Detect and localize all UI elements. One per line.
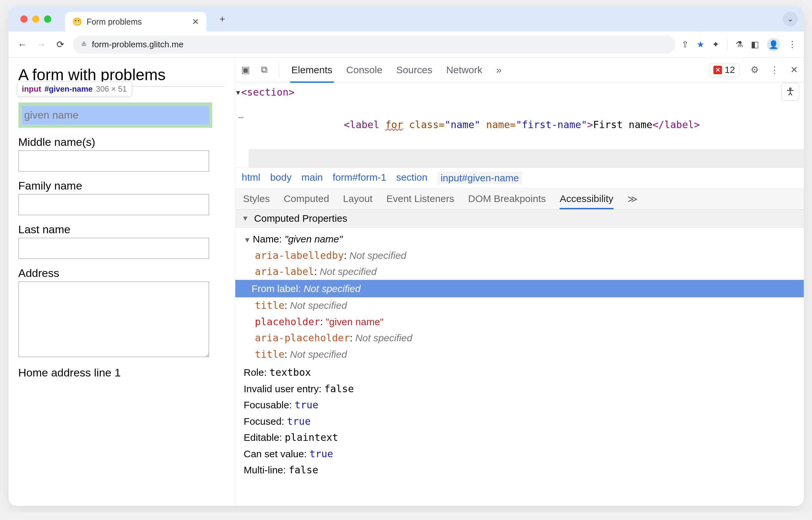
devtools: ▣ ⧉ Elements Console Sources Network » ✕… [235, 58, 804, 506]
bookmark-icon[interactable]: ★ [697, 40, 704, 50]
browser-menu-icon[interactable]: ⋮ [788, 40, 796, 50]
address-label: Address [18, 267, 225, 280]
elements-subtabs: Styles Computed Layout Event Listeners D… [235, 188, 804, 210]
address-field[interactable] [18, 282, 209, 357]
traffic-lights [20, 16, 51, 23]
bc-main[interactable]: main [301, 172, 323, 184]
tabs-menu-button[interactable]: ⌄ [783, 11, 798, 27]
subtab-styles[interactable]: Styles [243, 193, 270, 205]
bc-form[interactable]: form#form-1 [333, 172, 386, 184]
tab-favicon: 😬 [72, 17, 82, 26]
error-badge[interactable]: ✕ 12 [709, 63, 739, 77]
inspect-icon[interactable]: ▣ [241, 64, 250, 75]
family-name-label: Family name [18, 179, 225, 192]
content-split: A form with problems input#given-name 30… [8, 58, 804, 506]
back-button[interactable]: ← [16, 38, 29, 51]
forward-button[interactable]: → [35, 38, 48, 51]
profile-avatar[interactable]: 👤 [767, 38, 780, 51]
rendered-page: A form with problems input#given-name 30… [8, 58, 235, 506]
subtab-event-listeners[interactable]: Event Listeners [386, 193, 455, 205]
disclosure-triangle-icon[interactable]: ▼ [244, 234, 251, 246]
devtools-tabbar: ▣ ⧉ Elements Console Sources Network » ✕… [235, 58, 804, 82]
browser-tab[interactable]: 😬 Form problems ✕ [65, 12, 206, 31]
error-icon: ✕ [713, 66, 722, 74]
site-settings-icon[interactable]: ≗ [81, 41, 87, 49]
new-tab-button[interactable]: + [215, 11, 230, 27]
device-toggle-icon[interactable]: ⧉ [261, 64, 268, 75]
bc-body[interactable]: body [270, 172, 291, 184]
name-value: "given name" [285, 234, 342, 244]
tab-sources[interactable]: Sources [395, 58, 434, 81]
url-text: form-problems.glitch.me [92, 40, 184, 50]
computed-properties-header[interactable]: ▼ Computed Properties [235, 210, 804, 228]
titlebar: 😬 Form problems ✕ + ⌄ [8, 6, 804, 31]
home-address-1-label: Home address line 1 [18, 366, 225, 379]
collapsed-ellipsis-icon[interactable]: ⋯ [238, 110, 244, 125]
accessibility-panel: ▼Name: "given name" aria-labelledby: Not… [235, 228, 804, 485]
subtab-dom-breakpoints[interactable]: DOM Breakpoints [468, 193, 546, 205]
toolbar: ← → ⟳ ≗ form-problems.glitch.me ⇧ ★ ✦ ⚗ … [8, 31, 804, 58]
tab-close-icon[interactable]: ✕ [192, 17, 199, 27]
reload-button[interactable]: ⟳ [54, 38, 67, 51]
toolbar-right: ⇧ ★ ✦ ⚗ ◧ 👤 ⋮ [682, 38, 796, 51]
disclosure-triangle-icon[interactable]: ▼ [242, 214, 249, 223]
tab-title: Form problems [87, 17, 142, 27]
extensions-icon[interactable]: ✦ [712, 40, 719, 50]
devtools-close-icon[interactable]: ✕ [790, 64, 798, 75]
labs-icon[interactable]: ⚗ [735, 40, 743, 50]
elements-tree[interactable]: ⋯ ▾<section> <label for class="name" nam… [235, 82, 804, 167]
family-name-field[interactable] [18, 194, 209, 215]
error-count: 12 [725, 65, 735, 75]
tooltip-dims: 306 × 51 [96, 84, 127, 94]
middle-name-label: Middle name(s) [18, 136, 225, 149]
given-name-field[interactable] [22, 106, 209, 125]
tab-console[interactable]: Console [345, 58, 384, 81]
subtab-accessibility[interactable]: Accessibility [560, 193, 613, 209]
tooltip-tag: input [22, 84, 42, 94]
window-maximize[interactable] [44, 16, 51, 23]
name-label: Name: [253, 234, 285, 244]
tab-network[interactable]: Network [445, 58, 484, 81]
selected-element-row[interactable]: <input id="given-name" name="given-name"… [249, 149, 804, 167]
devtools-kebab-icon[interactable]: ⋮ [770, 64, 779, 75]
elements-breadcrumbs[interactable]: html body main form#form-1 section input… [235, 167, 804, 188]
last-name-field[interactable] [18, 238, 209, 259]
highlighted-input-wrap [18, 103, 212, 128]
side-panel-icon[interactable]: ◧ [751, 40, 759, 50]
last-name-label: Last name [18, 223, 225, 236]
share-icon[interactable]: ⇧ [682, 40, 689, 50]
omnibox[interactable]: ≗ form-problems.glitch.me [73, 35, 676, 54]
subtab-layout[interactable]: Layout [343, 193, 373, 205]
window-minimize[interactable] [32, 16, 40, 23]
subtab-more[interactable]: ≫ [627, 193, 637, 205]
subtab-computed[interactable]: Computed [284, 193, 329, 205]
bc-input[interactable]: input#given-name [437, 172, 523, 184]
bc-section[interactable]: section [396, 172, 428, 184]
window-close[interactable] [20, 16, 28, 23]
bc-html[interactable]: html [242, 172, 260, 184]
tab-elements[interactable]: Elements [290, 58, 334, 83]
devtools-sep [279, 63, 279, 77]
middle-name-field[interactable] [18, 151, 209, 172]
tab-more[interactable]: » [495, 58, 503, 81]
inspect-tooltip: input#given-name 306 × 51 [17, 81, 132, 97]
from-label-row[interactable]: From label: Not specified [235, 280, 804, 297]
toolbar-divider [727, 39, 728, 51]
devtools-settings-icon[interactable]: ⚙ [751, 64, 759, 75]
browser-window: 😬 Form problems ✕ + ⌄ ← → ⟳ ≗ form-probl… [8, 6, 804, 506]
tooltip-id: #given-name [44, 84, 93, 94]
